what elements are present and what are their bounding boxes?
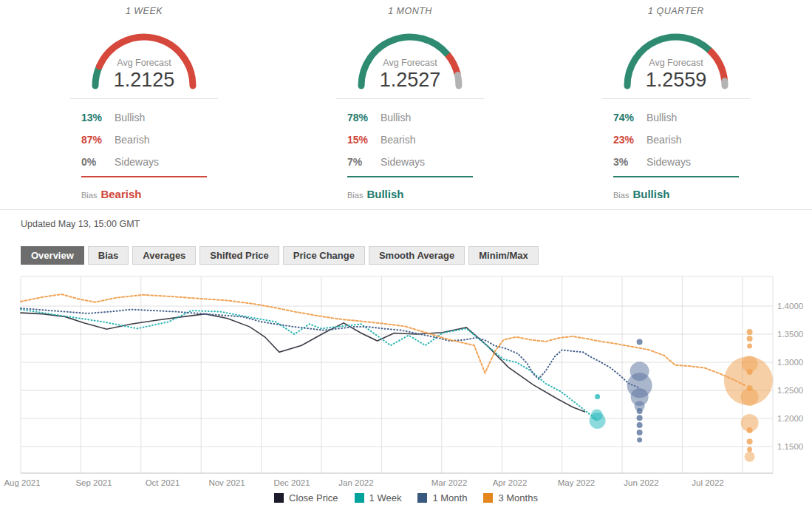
- forecast-card-1-quarter: 1 QUARTER Avg Forecast 1.2559 74%Bullish…: [543, 0, 809, 201]
- svg-text:Dec 2021: Dec 2021: [273, 478, 310, 487]
- tab-averages[interactable]: Averages: [132, 246, 196, 265]
- sideways-pct: 0%: [81, 156, 115, 168]
- bearish-label: Bearish: [115, 134, 149, 146]
- avg-forecast-label: Avg Forecast: [347, 58, 473, 68]
- svg-text:1.2000: 1.2000: [777, 414, 803, 423]
- svg-text:1.1500: 1.1500: [777, 442, 803, 451]
- bullish-row: 13%Bullish: [81, 106, 218, 129]
- bullish-pct: 78%: [347, 112, 381, 123]
- bearish-row: 23%Bearish: [613, 129, 750, 151]
- series-bubbles-3-months: [724, 329, 773, 462]
- svg-text:1.2500: 1.2500: [777, 386, 803, 395]
- tab-overview[interactable]: Overview: [21, 246, 84, 265]
- avg-forecast-value: 1.2559: [613, 69, 739, 92]
- tab-bias[interactable]: Bias: [88, 246, 129, 265]
- svg-text:1.4000: 1.4000: [777, 302, 803, 311]
- legend-label: 3 Months: [498, 492, 537, 503]
- updated-timestamp: Updated May 13, 15:00 GMT: [21, 219, 140, 229]
- tab-smooth-average[interactable]: Smooth Average: [369, 246, 465, 265]
- bullish-label: Bullish: [381, 112, 411, 123]
- forecast-card-1-week: 1 WEEK Avg Forecast 1.2125 13%Bullish 87…: [11, 0, 277, 201]
- card-period-label: 1 MONTH: [277, 6, 543, 16]
- series-bubbles-1-week: [590, 394, 606, 429]
- gauge-1-month: Avg Forecast 1.2527: [347, 18, 473, 92]
- bearish-label: Bearish: [646, 134, 681, 146]
- gauge-1-quarter: Avg Forecast 1.2559: [613, 18, 739, 92]
- bearish-label: Bearish: [381, 134, 415, 146]
- legend-label: Close Price: [289, 492, 338, 503]
- avg-forecast-label: Avg Forecast: [81, 58, 207, 68]
- bias-value: Bullish: [366, 188, 403, 200]
- tab-shifted-price[interactable]: Shifted Price: [199, 246, 279, 265]
- series-line-1-month: [21, 308, 639, 387]
- svg-text:May 2022: May 2022: [558, 478, 596, 487]
- forecast-poll-widget: 1 WEEK Avg Forecast 1.2125 13%Bullish 87…: [0, 0, 812, 519]
- y-axis-labels: 1.40001.35001.30001.25001.20001.1500: [777, 302, 803, 451]
- legend-swatch: [274, 493, 284, 503]
- svg-text:Nov 2021: Nov 2021: [208, 478, 245, 487]
- svg-text:Aug 2021: Aug 2021: [4, 478, 40, 487]
- bias-value: Bullish: [632, 188, 669, 200]
- forecast-card-1-month: 1 MONTH Avg Forecast 1.2527 78%Bullish 1…: [277, 0, 543, 201]
- svg-text:1.3500: 1.3500: [777, 330, 803, 339]
- sideways-pct: 7%: [347, 156, 381, 168]
- avg-forecast-value: 1.2527: [347, 69, 473, 92]
- legend-item-3-months: 3 Months: [483, 492, 537, 503]
- bullish-label: Bullish: [115, 112, 145, 123]
- chart-gridlines: [21, 277, 773, 473]
- bearish-row: 87%Bearish: [81, 129, 218, 151]
- bearish-pct: 15%: [347, 134, 381, 146]
- bullish-row: 78%Bullish: [347, 106, 484, 129]
- bias-underline: [81, 176, 207, 177]
- avg-forecast-label: Avg Forecast: [613, 58, 739, 68]
- bearish-pct: 23%: [613, 134, 646, 146]
- series-bubbles-1-month: [627, 339, 652, 443]
- sideways-pct: 3%: [613, 156, 646, 168]
- svg-text:Apr 2022: Apr 2022: [493, 478, 528, 487]
- svg-text:1.3000: 1.3000: [777, 358, 803, 367]
- tab-price-change[interactable]: Price Change: [283, 246, 365, 265]
- sideways-label: Sideways: [115, 156, 159, 168]
- svg-text:Sep 2021: Sep 2021: [75, 478, 112, 487]
- chart-legend: Close Price1 Week1 Month3 Months: [0, 492, 812, 503]
- svg-text:Jul 2022: Jul 2022: [692, 478, 723, 487]
- x-axis-labels: Aug 2021Sep 2021Oct 2021Nov 2021Dec 2021…: [4, 478, 723, 487]
- card-period-label: 1 WEEK: [11, 6, 277, 16]
- legend-label: 1 Week: [369, 492, 402, 503]
- series-line-1-week: [21, 310, 596, 420]
- legend-swatch: [483, 493, 493, 503]
- legend-swatch: [355, 493, 364, 503]
- bullish-pct: 13%: [81, 112, 115, 123]
- bias-underline: [613, 176, 739, 177]
- forecast-cards-row: 1 WEEK Avg Forecast 1.2125 13%Bullish 87…: [11, 0, 809, 201]
- sideways-row: 3%Sideways: [613, 151, 750, 173]
- section-divider: [0, 209, 812, 210]
- svg-text:Jun 2022: Jun 2022: [624, 478, 658, 487]
- svg-text:Jan 2022: Jan 2022: [338, 478, 373, 487]
- legend-swatch: [417, 493, 427, 503]
- bearish-row: 15%Bearish: [347, 129, 484, 151]
- sideways-label: Sideways: [381, 156, 425, 168]
- svg-text:Oct 2021: Oct 2021: [146, 478, 180, 487]
- card-period-label: 1 QUARTER: [543, 6, 809, 16]
- avg-forecast-value: 1.2125: [81, 69, 207, 92]
- sideways-label: Sideways: [646, 156, 691, 168]
- tab-minim-max[interactable]: Minim/Max: [468, 246, 538, 265]
- svg-text:Mar 2022: Mar 2022: [431, 478, 468, 487]
- gauge-1-week: Avg Forecast 1.2125: [81, 18, 207, 92]
- bias-caption: Bias: [613, 191, 629, 200]
- legend-item-1-week: 1 Week: [355, 492, 402, 503]
- chart-tabs: Overview Bias Averages Shifted Price Pri…: [21, 246, 539, 265]
- legend-label: 1 Month: [432, 492, 467, 503]
- bullish-row: 74%Bullish: [613, 106, 750, 129]
- bias-underline: [347, 176, 473, 177]
- sideways-row: 0%Sideways: [81, 151, 218, 173]
- bearish-pct: 87%: [81, 134, 115, 146]
- bias-caption: Bias: [347, 191, 363, 200]
- legend-item-1-month: 1 Month: [417, 492, 467, 503]
- bias-value: Bearish: [100, 188, 141, 200]
- forecast-chart: 1.40001.35001.30001.25001.20001.1500Aug …: [0, 274, 812, 489]
- bullish-label: Bullish: [646, 112, 677, 123]
- bullish-pct: 74%: [613, 112, 646, 123]
- sideways-row: 7%Sideways: [347, 151, 484, 173]
